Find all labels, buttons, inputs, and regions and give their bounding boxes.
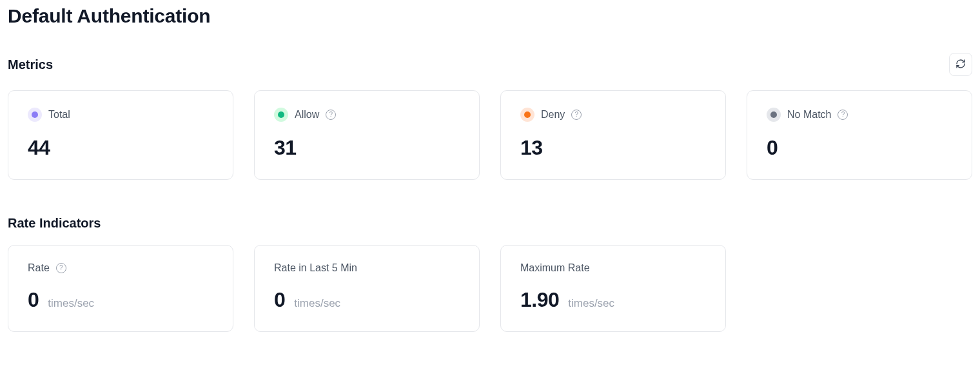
rate-card-rate: Rate ? 0 times/sec [8,245,233,332]
help-icon[interactable]: ? [326,110,336,120]
rates-card-row: Rate ? 0 times/sec Rate in Last 5 Min 0 … [8,245,726,332]
rate-card-max: Maximum Rate 1.90 times/sec [500,245,726,332]
metric-value: 0 [767,136,778,160]
metric-label: Total [48,109,70,121]
rate-unit: times/sec [294,297,340,310]
metric-value: 44 [28,136,50,160]
status-dot-icon [520,108,534,122]
metric-value: 31 [274,136,297,160]
help-icon[interactable]: ? [56,263,66,273]
refresh-button[interactable] [949,53,972,76]
metrics-section-title: Metrics [8,57,53,72]
status-dot-icon [767,108,781,122]
help-icon[interactable]: ? [571,110,582,120]
rate-unit: times/sec [48,297,94,310]
metric-card-total: Total 44 [8,90,233,180]
status-dot-icon [28,108,42,122]
metric-card-allow: Allow ? 31 [254,90,480,180]
status-dot-icon [274,108,288,122]
rate-value: 1.90 [520,288,559,312]
rate-label: Maximum Rate [520,262,590,274]
rate-value: 0 [274,288,285,312]
metrics-card-row: Total 44 Allow ? 31 Deny ? 13 [8,90,972,180]
refresh-icon [956,59,966,71]
page-title: Default Authentication [8,5,972,27]
metric-label: Allow [295,109,319,121]
metric-card-deny: Deny ? 13 [500,90,726,180]
metric-card-nomatch: No Match ? 0 [747,90,972,180]
rate-unit: times/sec [568,297,614,310]
rates-section-title: Rate Indicators [8,216,101,231]
rate-value: 0 [28,288,39,312]
metric-label: No Match [787,109,831,121]
rate-label: Rate [28,262,50,274]
metric-label: Deny [541,109,565,121]
metric-value: 13 [520,136,543,160]
help-icon[interactable]: ? [838,110,848,120]
rate-card-last5: Rate in Last 5 Min 0 times/sec [254,245,480,332]
rate-label: Rate in Last 5 Min [274,262,357,274]
